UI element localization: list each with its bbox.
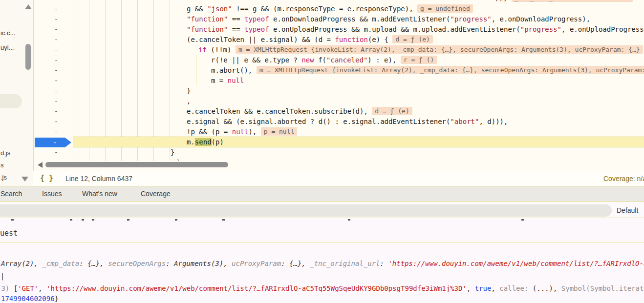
log-levels-dropdown[interactable]: Default bbox=[617, 206, 638, 214]
code-line[interactable]: m.abort(), m = XMLHttpRequest {invokeLis… bbox=[73, 65, 644, 76]
gutter-line-marker[interactable]: - bbox=[51, 76, 61, 86]
coverage-status-label[interactable]: Coverage: n/a bbox=[603, 175, 644, 182]
code-line[interactable]: !p && (p = null), p = null bbox=[73, 127, 644, 137]
console-text: callee: bbox=[499, 284, 532, 292]
console-text: | bbox=[0, 272, 4, 280]
code-line[interactable]: e.cancelToken && e.cancelToken.subscribe… bbox=[73, 106, 644, 117]
gutter-line-marker[interactable]: - bbox=[51, 55, 61, 65]
console-text: [ bbox=[14, 284, 18, 292]
debugger-value-hint[interactable]: r = ƒ () bbox=[401, 56, 437, 64]
code-text: , d))), bbox=[479, 118, 508, 125]
gutter-line-marker[interactable]: - bbox=[51, 35, 61, 45]
code-text: } bbox=[171, 148, 174, 156]
gutter-line-marker[interactable]: - bbox=[51, 24, 61, 35]
gutter-line-marker[interactable]: - bbox=[51, 14, 61, 24]
console-text: ucProxyParam bbox=[232, 260, 281, 267]
console-text: : {…}, bbox=[79, 260, 108, 267]
code-line[interactable]: } bbox=[73, 147, 644, 158]
debugger-value-hint[interactable]: d = ƒ (e) bbox=[372, 107, 412, 115]
console-value[interactable]: 1749904602096} bbox=[1, 294, 59, 303]
execution-line[interactable]: m.send(p) bbox=[73, 137, 644, 147]
debugger-value-hint[interactable]: d = ƒ (e) bbox=[392, 35, 432, 43]
pretty-print-icon[interactable]: { } bbox=[40, 174, 53, 182]
devtools-window: ic.c...uyi...d.jss.js )), _ _ _g && "jso… bbox=[0, 0, 644, 303]
code-line[interactable]: , bbox=[73, 96, 644, 106]
clipped-text-fragment bbox=[521, 219, 524, 221]
editor-hscrollbar-thumb[interactable] bbox=[45, 162, 228, 167]
console-text: 'https://www.douyin.com/aweme/v1/web/com… bbox=[388, 260, 644, 267]
gutter-line-marker[interactable]: - bbox=[51, 117, 61, 127]
code-text: == bbox=[228, 25, 244, 33]
debugger-value-hint[interactable]: g = undefined bbox=[417, 4, 473, 13]
console-text: 1749904602096 bbox=[1, 295, 55, 303]
file-tree-item[interactable]: d.js bbox=[0, 149, 10, 157]
console-toolbar: Default bbox=[0, 202, 644, 218]
console-text: : Arguments(3), bbox=[166, 260, 232, 267]
code-line[interactable]: r(!e || e && e.type ? new f("canceled") … bbox=[73, 55, 644, 65]
debugger-value-hint[interactable]: p = null bbox=[261, 127, 298, 136]
cursor-position-label: Line 12, Column 6437 bbox=[65, 175, 132, 182]
file-tree-item[interactable]: ic.c... bbox=[0, 29, 15, 37]
clipped-text-fragment bbox=[222, 219, 225, 221]
console-text: uest bbox=[0, 229, 18, 238]
scroll-down-arrow-icon[interactable] bbox=[21, 177, 28, 182]
console-array-preview[interactable]: (3) ['GET', 'https://www.douyin.com/awem… bbox=[0, 284, 644, 293]
file-tree-item[interactable]: uyi... bbox=[0, 44, 14, 51]
gutter-line-marker[interactable]: - bbox=[51, 96, 61, 106]
drawer-tab-coverage[interactable]: Coverage bbox=[141, 190, 171, 198]
debugger-value-hint[interactable]: m = XMLHttpRequest {invokeList: Array(2)… bbox=[257, 66, 644, 74]
gutter-line-marker[interactable]: - bbox=[51, 4, 61, 14]
console-clipped-text[interactable]: uest bbox=[0, 229, 18, 238]
sidebar-scrollbar-thumb[interactable] bbox=[25, 44, 31, 70]
console-text: _tnc_original_url bbox=[310, 260, 380, 267]
code-line[interactable]: if (!!m) m = XMLHttpRequest {invokeList:… bbox=[73, 45, 644, 55]
code-line-clipped[interactable]: )), _ _ _ bbox=[73, 0, 644, 3]
code-text: null bbox=[232, 128, 249, 136]
gutter-line-marker[interactable]: - bbox=[51, 65, 61, 76]
code-line[interactable]: m = null bbox=[73, 76, 644, 86]
code-text: r(!e || e && e.type ? bbox=[211, 56, 301, 64]
gutter-line-marker[interactable]: - bbox=[51, 127, 61, 137]
code-line[interactable]: } bbox=[73, 86, 644, 96]
code-line[interactable]: "function" == typeof e.onDownloadProgres… bbox=[73, 14, 644, 24]
console-output: uestArray(2), _cmp_data: {…}, secureOpen… bbox=[0, 218, 644, 303]
console-text: , bbox=[467, 284, 475, 292]
clipped-text-fragment bbox=[92, 219, 94, 221]
console-text: } bbox=[55, 295, 59, 303]
gutter-line-marker[interactable]: - bbox=[51, 147, 61, 158]
console-text: _cmp_data bbox=[42, 260, 79, 267]
code-text: e.onUploadProgress && m.upload && m.uplo… bbox=[269, 25, 520, 33]
console-object-preview[interactable]: Array(2), _cmp_data: {…}, secureOpenArgs… bbox=[1, 259, 644, 268]
code-line[interactable]: e.signal && (e.signal.aborted ? d() : e.… bbox=[73, 117, 644, 127]
code-text: !== g && (m.responseType = e.responseTyp… bbox=[232, 5, 417, 13]
console-clipped-text[interactable]: | bbox=[0, 272, 4, 281]
code-text: "abort" bbox=[450, 118, 479, 125]
selected-file-highlight[interactable] bbox=[0, 94, 22, 108]
code-editor[interactable]: )), _ _ _g && "json" !== g && (m.respons… bbox=[33, 0, 644, 171]
console-text: : bbox=[380, 260, 388, 267]
gutter-line-marker[interactable]: - bbox=[51, 86, 61, 96]
scroll-left-arrow-icon[interactable] bbox=[38, 162, 43, 168]
code-line[interactable]: g && "json" !== g && (m.responseType = e… bbox=[73, 4, 644, 14]
file-tree-item[interactable]: s bbox=[0, 162, 4, 169]
console-text: , bbox=[38, 284, 46, 292]
code-text: g && bbox=[187, 5, 207, 13]
drawer-tab-what-s-new[interactable]: What's new bbox=[82, 190, 117, 198]
code-text: (p) bbox=[212, 138, 224, 146]
drawer-tab-search[interactable]: Search bbox=[0, 190, 22, 198]
clipped-text-fragment bbox=[175, 219, 177, 221]
console-filter-input[interactable] bbox=[0, 204, 612, 217]
code-line[interactable]: (e.cancelToken || e.signal) && (d = func… bbox=[73, 35, 644, 45]
debugger-value-hint[interactable]: m = XMLHttpRequest {invokeList: Array(2)… bbox=[236, 45, 643, 54]
drawer-tab-issues[interactable]: Issues bbox=[42, 190, 62, 198]
file-tree-item[interactable]: .js bbox=[0, 174, 7, 181]
scroll-up-arrow-icon[interactable] bbox=[25, 4, 32, 9]
code-text: e.signal && (e.signal.aborted ? d() : e.… bbox=[187, 118, 450, 125]
gutter-line-marker[interactable]: - bbox=[51, 45, 61, 55]
code-text: , e.onDownloadProgress), bbox=[492, 15, 590, 23]
gutter-line-marker[interactable]: - bbox=[51, 106, 61, 117]
console-text: (...), bbox=[533, 284, 561, 292]
console-row-divider bbox=[0, 242, 644, 243]
code-text: ), bbox=[248, 128, 260, 136]
code-line[interactable]: "function" == typeof e.onUploadProgress … bbox=[73, 24, 644, 35]
